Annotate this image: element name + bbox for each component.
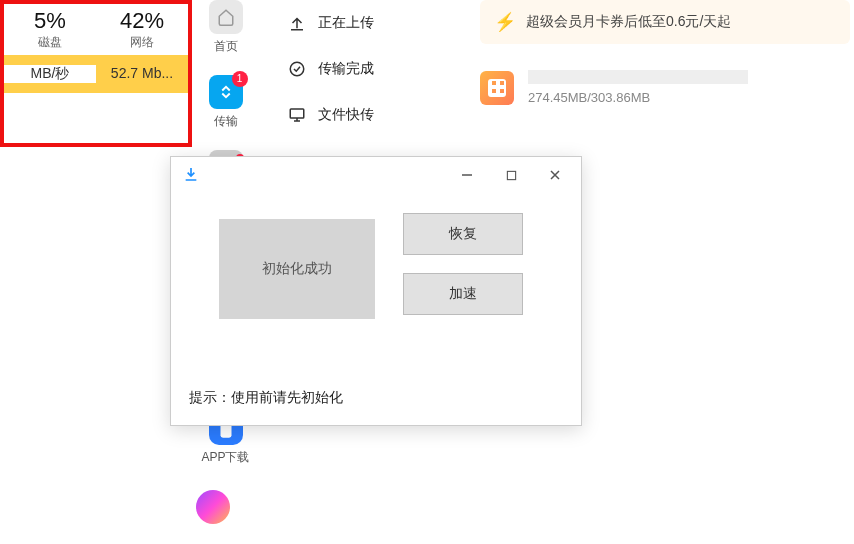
disk-pct: 5% [4, 8, 96, 34]
disk-rate: MB/秒 [4, 65, 96, 83]
minimize-button[interactable] [445, 160, 489, 190]
menu-uploading[interactable]: 正在上传 [280, 0, 440, 46]
banner-text: 超级会员月卡券后低至0.6元/天起 [526, 13, 731, 31]
svg-point-1 [290, 62, 304, 76]
disk-label: 磁盘 [4, 34, 96, 51]
svg-rect-2 [290, 109, 304, 118]
menu-label: 正在上传 [318, 14, 374, 32]
dialog-titlebar [171, 157, 581, 193]
sidebar-item-home[interactable]: 首页 [196, 0, 256, 55]
menu-label: 文件快传 [318, 106, 374, 124]
menu-label: 传输完成 [318, 60, 374, 78]
download-icon [183, 166, 199, 185]
filename-placeholder [528, 70, 748, 84]
download-item[interactable]: 274.45MB/303.86MB [480, 70, 850, 105]
lightning-icon: ⚡ [494, 11, 516, 33]
transfer-menu: 正在上传 传输完成 文件快传 [280, 0, 440, 138]
menu-completed[interactable]: 传输完成 [280, 46, 440, 92]
svg-rect-4 [507, 171, 515, 179]
init-status-box: 初始化成功 [219, 219, 375, 319]
gradient-icon [196, 490, 230, 524]
upload-icon [288, 14, 306, 32]
menu-fastshare[interactable]: 文件快传 [280, 92, 440, 138]
transfer-badge: 1 [232, 71, 248, 87]
speedup-button[interactable]: 加速 [403, 273, 523, 315]
monitor-icon [288, 106, 306, 124]
check-circle-icon [288, 60, 306, 78]
vip-banner[interactable]: ⚡ 超级会员月卡券后低至0.6元/天起 [480, 0, 850, 44]
init-dialog: 初始化成功 恢复 加速 提示：使用前请先初始化 [170, 156, 582, 426]
net-rate: 52.7 Mb... [96, 65, 188, 83]
sidebar-item-more[interactable] [196, 486, 256, 524]
file-icon [480, 71, 514, 105]
net-pct: 42% [96, 8, 188, 34]
sidebar-item-transfer[interactable]: 1 传输 [196, 75, 256, 130]
close-button[interactable] [533, 160, 577, 190]
home-icon [209, 0, 243, 34]
maximize-button[interactable] [489, 160, 533, 190]
net-label: 网络 [96, 34, 188, 51]
restore-button[interactable]: 恢复 [403, 213, 523, 255]
taskmgr-widget: 5% 磁盘 42% 网络 MB/秒 52.7 Mb... [0, 0, 192, 147]
dialog-hint: 提示：使用前请先初始化 [189, 389, 343, 407]
download-progress: 274.45MB/303.86MB [528, 90, 748, 105]
